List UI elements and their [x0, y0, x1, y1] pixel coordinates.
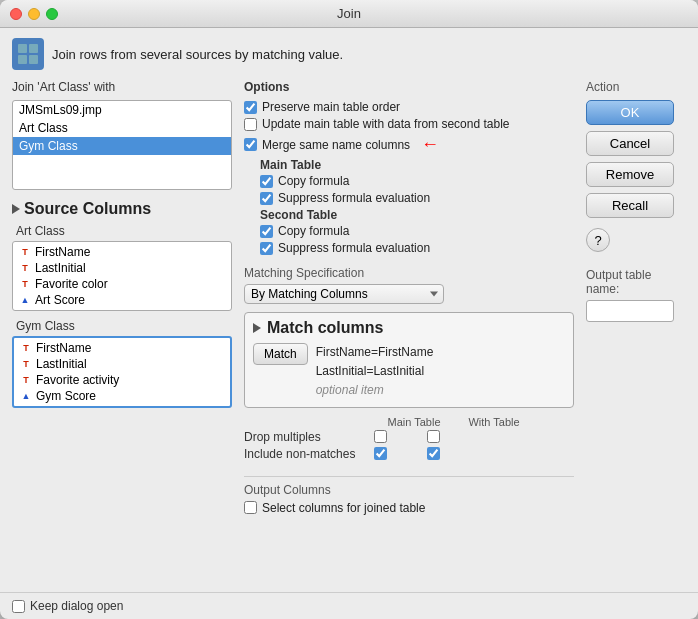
col-item[interactable]: T FirstName: [13, 244, 231, 260]
text-col-icon: T: [19, 262, 31, 274]
drop-multiples-row: Drop multiples: [244, 430, 574, 444]
minimize-button[interactable]: [28, 8, 40, 20]
match-button[interactable]: Match: [253, 343, 308, 365]
svg-rect-2: [18, 55, 27, 64]
drop-multiples-main-checkbox[interactable]: [374, 430, 387, 443]
join-with-label: Join 'Art Class' with: [12, 80, 232, 94]
option-preserve-order: Preserve main table order: [244, 100, 574, 114]
option-merge-same: Merge same name columns ←: [244, 134, 574, 155]
collapse-icon[interactable]: [12, 204, 20, 214]
help-button[interactable]: ?: [586, 228, 610, 252]
table-headers-row: Main Table With Table: [244, 416, 574, 428]
source-columns-header: Source Columns: [12, 200, 232, 218]
source-list[interactable]: JMSmLs09.jmp Art Class Gym Class: [12, 100, 232, 190]
recall-button[interactable]: Recall: [586, 193, 674, 218]
source-columns-section: Source Columns Art Class T FirstName T: [12, 200, 232, 582]
col-item[interactable]: T LastInitial: [14, 356, 230, 372]
select-columns-label: Select columns for joined table: [262, 501, 425, 515]
main-suppress-label: Suppress formula evaluation: [278, 191, 430, 205]
preserve-order-checkbox[interactable]: [244, 101, 257, 114]
source-list-item-selected[interactable]: Gym Class: [13, 137, 231, 155]
right-panel: Action OK Cancel Remove Recall ? Output …: [586, 80, 686, 582]
keep-open-row: Keep dialog open: [12, 599, 123, 613]
select-columns-row: Select columns for joined table: [244, 501, 574, 515]
with-table-col-header: With Table: [454, 416, 534, 428]
optional-item: optional item: [316, 381, 434, 400]
merge-same-checkbox[interactable]: [244, 138, 257, 151]
include-non-matches-label: Include non-matches: [244, 447, 364, 461]
output-table-name-input[interactable]: [586, 300, 674, 322]
match-columns-title: Match columns: [267, 319, 383, 337]
include-non-matches-checkboxes: [374, 447, 440, 460]
option-second-copy-formula: Copy formula: [244, 224, 574, 238]
main-copy-formula-label: Copy formula: [278, 174, 349, 188]
match-expr-2: LastInitial=LastInitial: [316, 362, 434, 381]
main-content: Join rows from several sources by matchi…: [0, 28, 698, 592]
text-col-icon: T: [20, 358, 32, 370]
match-expr-1: FirstName=FirstName: [316, 343, 434, 362]
source-list-item[interactable]: Art Class: [13, 119, 231, 137]
gym-class-list[interactable]: T FirstName T LastInitial T Favorite act…: [12, 336, 232, 408]
include-non-matches-with-checkbox[interactable]: [427, 447, 440, 460]
svg-rect-3: [29, 55, 38, 64]
output-columns-section: Output Columns Select columns for joined…: [244, 476, 574, 515]
match-collapse-icon[interactable]: [253, 323, 261, 333]
update-main-checkbox[interactable]: [244, 118, 257, 131]
source-list-item[interactable]: JMSmLs09.jmp: [13, 101, 231, 119]
col-name: Gym Score: [36, 389, 96, 403]
art-class-group: Art Class T FirstName T LastInitial: [12, 224, 232, 311]
app-icon: [12, 38, 44, 70]
include-non-matches-main-checkbox[interactable]: [374, 447, 387, 460]
col-name: FirstName: [36, 341, 91, 355]
maximize-button[interactable]: [46, 8, 58, 20]
drop-multiples-label: Drop multiples: [244, 430, 364, 444]
gym-class-group: Gym Class T FirstName T LastInitial: [12, 319, 232, 408]
matching-spec-label: Matching Specification: [244, 266, 574, 280]
col-item[interactable]: ▲ Gym Score: [14, 388, 230, 404]
cancel-button[interactable]: Cancel: [586, 131, 674, 156]
art-class-list[interactable]: T FirstName T LastInitial T Favorite col…: [12, 241, 232, 311]
arrow-indicator: ←: [421, 134, 439, 155]
matching-dropdown[interactable]: By Matching Columns By Row Number By Seq…: [244, 284, 444, 304]
col-name: LastInitial: [35, 261, 86, 275]
main-suppress-checkbox[interactable]: [260, 192, 273, 205]
second-suppress-checkbox[interactable]: [260, 242, 273, 255]
select-columns-checkbox[interactable]: [244, 501, 257, 514]
main-copy-formula-checkbox[interactable]: [260, 175, 273, 188]
match-columns-box: Match columns Match FirstName=FirstName …: [244, 312, 574, 408]
ok-button[interactable]: OK: [586, 100, 674, 125]
titlebar: Join: [0, 0, 698, 28]
include-non-matches-row: Include non-matches: [244, 447, 574, 461]
option-second-suppress: Suppress formula evaluation: [244, 241, 574, 255]
second-suppress-label: Suppress formula evaluation: [278, 241, 430, 255]
second-copy-formula-checkbox[interactable]: [260, 225, 273, 238]
col-item[interactable]: T LastInitial: [13, 260, 231, 276]
numeric-col-icon: ▲: [19, 294, 31, 306]
col-item[interactable]: T FirstName: [14, 340, 230, 356]
col-item[interactable]: ▲ Art Score: [13, 292, 231, 308]
option-main-copy-formula: Copy formula: [244, 174, 574, 188]
matching-dropdown-wrapper: By Matching Columns By Row Number By Seq…: [244, 284, 444, 304]
main-table-col-header: Main Table: [374, 416, 454, 428]
keep-open-checkbox[interactable]: [12, 600, 25, 613]
match-area: Match FirstName=FirstName LastInitial=La…: [253, 343, 565, 401]
text-col-icon: T: [19, 278, 31, 290]
drop-multiples-with-checkbox[interactable]: [427, 430, 440, 443]
col-item[interactable]: T Favorite color: [13, 276, 231, 292]
preserve-order-label: Preserve main table order: [262, 100, 400, 114]
main-area: Join 'Art Class' with JMSmLs09.jmp Art C…: [12, 80, 686, 582]
remove-button[interactable]: Remove: [586, 162, 674, 187]
traffic-lights: [10, 8, 58, 20]
matching-spec-section: Matching Specification By Matching Colum…: [244, 266, 574, 304]
art-class-label: Art Class: [16, 224, 232, 238]
close-button[interactable]: [10, 8, 22, 20]
option-main-suppress: Suppress formula evaluation: [244, 191, 574, 205]
update-main-label: Update main table with data from second …: [262, 117, 509, 131]
drop-multiples-checkboxes: [374, 430, 440, 443]
svg-rect-0: [18, 44, 27, 53]
col-item[interactable]: T Favorite activity: [14, 372, 230, 388]
second-table-sublabel: Second Table: [244, 208, 574, 222]
main-table-sublabel: Main Table: [244, 158, 574, 172]
header-description: Join rows from several sources by matchi…: [52, 47, 343, 62]
col-name: Favorite activity: [36, 373, 119, 387]
